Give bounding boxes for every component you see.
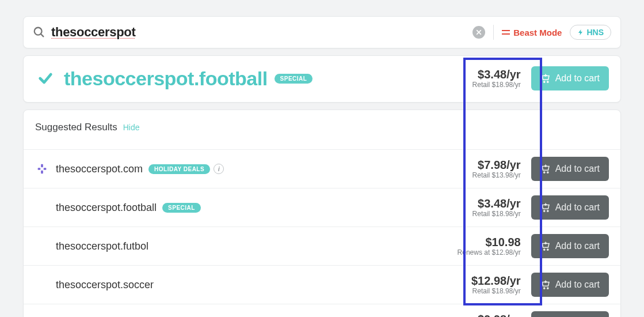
price-retail: Retail $18.98/yr [472, 81, 521, 89]
svg-rect-10 [41, 164, 43, 168]
price-column: $12.98/yrRetail $18.98/yr [471, 274, 531, 295]
price-main: $3.48/yr [472, 197, 521, 210]
svg-point-5 [547, 81, 548, 82]
check-icon [37, 70, 54, 86]
search-icon [33, 26, 45, 39]
result-row: thesoccerspot.comHOLIDAY DEALSi$7.98/yrR… [24, 149, 620, 188]
price-sub: Retail $13.98/yr [472, 171, 521, 179]
hns-toggle[interactable]: HNS [570, 25, 611, 40]
svg-point-24 [543, 288, 544, 289]
svg-point-20 [543, 249, 544, 250]
domain-link[interactable]: thesoccerspot.com [56, 163, 143, 175]
price-column: $3.48/yrRetail $18.98/yr [472, 197, 531, 218]
svg-point-17 [547, 210, 548, 212]
cart-icon [540, 280, 551, 290]
svg-rect-9 [44, 168, 47, 170]
price-sub: Renews at $12.98/yr [458, 248, 521, 256]
svg-point-21 [547, 249, 548, 250]
cart-icon [540, 164, 551, 174]
svg-point-4 [543, 81, 544, 82]
result-row: thesoccerspot.futbol$10.98Renews at $12.… [24, 227, 620, 265]
bolt-icon [577, 29, 584, 36]
featured-result: thesoccerspot.football SPECIAL $3.48/yr … [23, 55, 621, 103]
promo-badge: SPECIAL [162, 203, 201, 213]
result-row: thesoccerspot.footballSPECIAL$3.48/yrRet… [24, 188, 620, 227]
add-to-cart-button[interactable]: Add to cart [531, 157, 609, 181]
cart-icon [540, 202, 551, 213]
cta-label: Add to cart [555, 280, 600, 290]
cta-label: Add to cart [555, 202, 600, 213]
price-main: $3.48/yr [472, 68, 521, 81]
beast-mode-toggle[interactable]: Beast Mode [502, 28, 562, 37]
add-to-cart-button[interactable]: Add to cart [531, 195, 609, 220]
hns-label: HNS [586, 28, 604, 37]
sliders-icon [502, 28, 510, 36]
hide-link[interactable]: Hide [123, 123, 140, 132]
search-input[interactable] [51, 25, 472, 40]
featured-badge: SPECIAL [275, 74, 313, 84]
result-row: thesoccerspot.netHOLIDAY DEALS$9.98/yrRe… [24, 304, 620, 317]
price-column: $9.98/yrRetail $12.98/yr [472, 313, 531, 317]
price-main: $10.98 [458, 236, 521, 248]
price-main: $7.98/yr [472, 158, 521, 171]
svg-point-16 [543, 210, 544, 212]
suggested-title: Suggested Results [35, 122, 117, 133]
add-to-cart-button[interactable]: Add to cart [531, 66, 609, 90]
search-bar: Beast Mode HNS [23, 16, 621, 48]
add-to-cart-button[interactable]: Add to cart [531, 311, 609, 317]
svg-rect-11 [41, 171, 43, 174]
price-column: $10.98Renews at $12.98/yr [458, 236, 531, 256]
info-icon[interactable]: i [214, 164, 224, 174]
svg-point-13 [547, 172, 548, 173]
domain-link[interactable]: thesoccerspot.soccer [56, 279, 154, 291]
result-row: thesoccerspot.soccer$12.98/yrRetail $18.… [24, 265, 620, 304]
price-sub: Retail $18.98/yr [471, 287, 521, 295]
svg-point-25 [547, 288, 548, 289]
price-main: $12.98/yr [471, 274, 521, 287]
cart-icon [540, 241, 551, 251]
featured-domain[interactable]: thesoccerspot.football [64, 67, 268, 90]
add-to-cart-button[interactable]: Add to cart [531, 234, 609, 258]
featured-price: $3.48/yr Retail $18.98/yr [472, 68, 531, 89]
suggested-results: Suggested Results Hide thesoccerspot.com… [23, 110, 621, 317]
cart-icon [540, 73, 551, 84]
svg-point-12 [543, 172, 544, 173]
cta-label: Add to cart [555, 241, 600, 251]
promo-badge: HOLIDAY DEALS [148, 164, 210, 174]
globe-icon [35, 162, 49, 176]
price-sub: Retail $18.98/yr [472, 210, 521, 218]
svg-line-1 [41, 34, 44, 37]
beast-mode-label: Beast Mode [513, 28, 562, 37]
price-column: $7.98/yrRetail $13.98/yr [472, 158, 531, 179]
price-main: $9.98/yr [472, 313, 521, 317]
svg-rect-8 [38, 168, 41, 170]
domain-link[interactable]: thesoccerspot.futbol [56, 240, 148, 252]
cta-label: Add to cart [555, 73, 600, 84]
cta-label: Add to cart [555, 164, 600, 174]
clear-icon[interactable] [472, 26, 485, 39]
suggested-header: Suggested Results Hide [24, 110, 620, 149]
domain-link[interactable]: thesoccerspot.football [56, 202, 157, 214]
separator [493, 25, 494, 40]
add-to-cart-button[interactable]: Add to cart [531, 273, 609, 297]
